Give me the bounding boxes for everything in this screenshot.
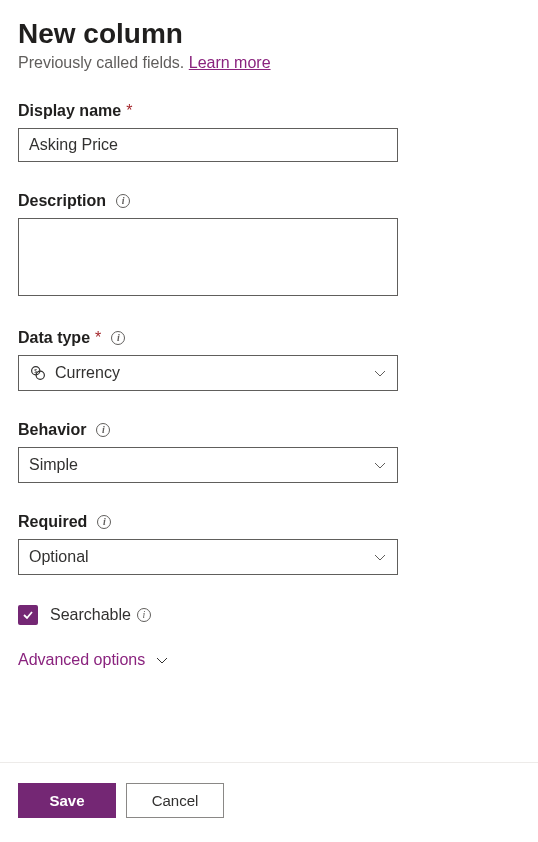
- field-display-name: Display name *: [18, 102, 520, 162]
- label-text: Searchable: [50, 606, 131, 624]
- info-icon[interactable]: i: [111, 331, 125, 345]
- data-type-label: Data type * i: [18, 329, 520, 347]
- searchable-label: Searchable i: [50, 606, 151, 624]
- footer: Save Cancel: [0, 762, 538, 842]
- select-value: Optional: [29, 548, 89, 566]
- field-required: Required i Optional: [18, 513, 520, 575]
- display-name-input[interactable]: [18, 128, 398, 162]
- advanced-options-toggle[interactable]: Advanced options: [18, 651, 169, 669]
- chevron-down-icon: [373, 366, 387, 380]
- page-subtitle: Previously called fields. Learn more: [18, 54, 520, 72]
- chevron-down-icon: [373, 550, 387, 564]
- field-description: Description i: [18, 192, 520, 299]
- label-text: Display name: [18, 102, 121, 120]
- info-icon[interactable]: i: [137, 608, 151, 622]
- svg-point-1: [36, 371, 44, 379]
- currency-icon: $: [29, 364, 47, 382]
- searchable-checkbox[interactable]: [18, 605, 38, 625]
- behavior-label: Behavior i: [18, 421, 520, 439]
- info-icon[interactable]: i: [116, 194, 130, 208]
- field-data-type: Data type * i $ Currency: [18, 329, 520, 391]
- info-icon[interactable]: i: [97, 515, 111, 529]
- required-asterisk: *: [95, 329, 101, 347]
- description-label: Description i: [18, 192, 520, 210]
- page-title: New column: [18, 18, 520, 50]
- required-select[interactable]: Optional: [18, 539, 398, 575]
- info-icon[interactable]: i: [96, 423, 110, 437]
- select-value: Currency: [55, 364, 120, 382]
- required-asterisk: *: [126, 102, 132, 120]
- new-column-panel: New column Previously called fields. Lea…: [0, 0, 538, 679]
- advanced-label: Advanced options: [18, 651, 145, 669]
- behavior-select[interactable]: Simple: [18, 447, 398, 483]
- learn-more-link[interactable]: Learn more: [189, 54, 271, 71]
- label-text: Behavior: [18, 421, 86, 439]
- select-value: Simple: [29, 456, 78, 474]
- chevron-down-icon: [155, 653, 169, 667]
- data-type-select[interactable]: $ Currency: [18, 355, 398, 391]
- label-text: Description: [18, 192, 106, 210]
- subtitle-text: Previously called fields.: [18, 54, 189, 71]
- required-label: Required i: [18, 513, 520, 531]
- check-icon: [21, 608, 35, 622]
- field-behavior: Behavior i Simple: [18, 421, 520, 483]
- field-searchable: Searchable i: [18, 605, 520, 625]
- save-button[interactable]: Save: [18, 783, 116, 818]
- svg-text:$: $: [34, 368, 37, 374]
- chevron-down-icon: [373, 458, 387, 472]
- label-text: Data type: [18, 329, 90, 347]
- cancel-button[interactable]: Cancel: [126, 783, 224, 818]
- description-input[interactable]: [18, 218, 398, 296]
- label-text: Required: [18, 513, 87, 531]
- display-name-label: Display name *: [18, 102, 520, 120]
